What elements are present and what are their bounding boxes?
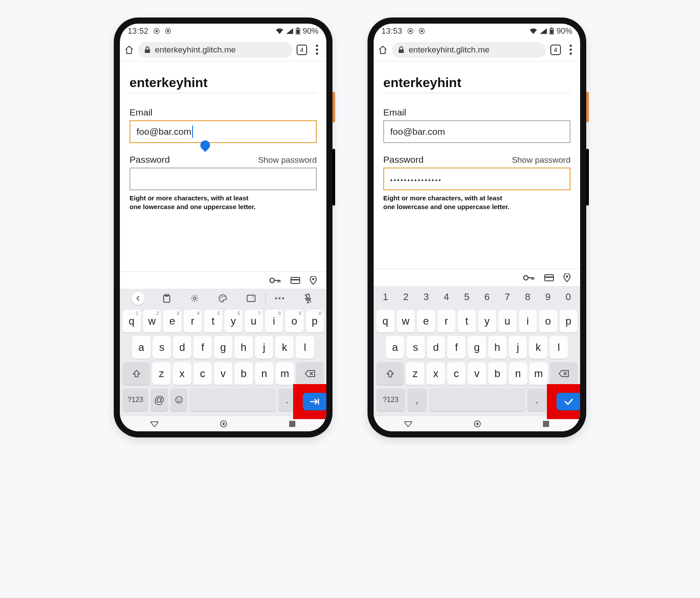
numkey-8[interactable]: 8 bbox=[518, 288, 538, 306]
emoji-key[interactable] bbox=[170, 388, 188, 411]
key-x[interactable]: x bbox=[173, 362, 191, 385]
credit-card-icon[interactable] bbox=[544, 274, 554, 281]
home-icon[interactable] bbox=[124, 45, 134, 55]
nav-recent-icon[interactable] bbox=[289, 420, 296, 427]
mic-off-icon[interactable] bbox=[294, 294, 322, 303]
key-x[interactable]: x bbox=[427, 362, 445, 385]
key-o[interactable]: o bbox=[539, 310, 557, 332]
overflow-menu-icon[interactable] bbox=[312, 45, 322, 55]
key-f[interactable]: f bbox=[193, 336, 212, 359]
key-j[interactable]: j bbox=[255, 336, 273, 359]
key-d[interactable]: d bbox=[427, 336, 445, 359]
key-w[interactable]: w2 bbox=[143, 310, 161, 332]
key-u[interactable]: u bbox=[498, 310, 517, 332]
key-k[interactable]: k bbox=[275, 336, 294, 359]
key-h[interactable]: h bbox=[234, 336, 253, 359]
numkey-0[interactable]: 0 bbox=[558, 288, 578, 306]
key-c[interactable]: c bbox=[447, 362, 466, 385]
gif-icon[interactable] bbox=[237, 294, 265, 302]
key-t[interactable]: t bbox=[458, 310, 476, 332]
key-v[interactable]: v bbox=[468, 362, 486, 385]
password-key-icon[interactable] bbox=[523, 274, 535, 281]
palette-icon[interactable] bbox=[209, 294, 237, 303]
password-input[interactable] bbox=[130, 168, 317, 190]
key-p[interactable]: p bbox=[560, 310, 578, 332]
home-icon[interactable] bbox=[378, 45, 388, 55]
key-e[interactable]: e bbox=[417, 310, 435, 332]
comma-key[interactable]: , bbox=[407, 388, 427, 411]
overflow-menu-icon[interactable] bbox=[565, 45, 576, 55]
nav-back-icon[interactable] bbox=[150, 421, 158, 427]
key-k[interactable]: k bbox=[529, 336, 547, 359]
keyboard[interactable]: 1 2 3 4 5 6 7 8 9 0 q w e r t y u i o bbox=[374, 286, 580, 416]
key-b[interactable]: b bbox=[234, 362, 253, 385]
key-r[interactable]: r4 bbox=[184, 310, 202, 332]
email-input[interactable]: foo@bar.com bbox=[383, 120, 570, 143]
nav-home-icon[interactable] bbox=[220, 420, 228, 428]
numkey-9[interactable]: 9 bbox=[538, 288, 558, 306]
key-s[interactable]: s bbox=[406, 336, 425, 359]
key-n[interactable]: n bbox=[509, 362, 527, 385]
key-y[interactable]: y bbox=[478, 310, 497, 332]
more-icon[interactable] bbox=[266, 297, 294, 300]
key-p[interactable]: p0 bbox=[306, 310, 324, 332]
numkey-3[interactable]: 3 bbox=[416, 288, 436, 306]
key-d[interactable]: d bbox=[173, 336, 192, 359]
numkey-2[interactable]: 2 bbox=[396, 288, 416, 306]
credit-card-icon[interactable] bbox=[290, 277, 300, 284]
key-s[interactable]: s bbox=[153, 336, 171, 359]
key-u[interactable]: u7 bbox=[245, 310, 263, 332]
key-i[interactable]: i bbox=[519, 310, 537, 332]
key-g[interactable]: g bbox=[468, 336, 486, 359]
nav-home-icon[interactable] bbox=[473, 420, 481, 428]
key-t[interactable]: t5 bbox=[204, 310, 222, 332]
address-bar[interactable]: enterkeyhint.glitch.me bbox=[138, 42, 292, 58]
show-password-toggle[interactable]: Show password bbox=[512, 155, 570, 165]
key-w[interactable]: w bbox=[397, 310, 415, 332]
key-g[interactable]: g bbox=[214, 336, 232, 359]
key-i[interactable]: i8 bbox=[265, 310, 284, 332]
backspace-key[interactable] bbox=[296, 362, 324, 385]
shift-key[interactable] bbox=[376, 362, 404, 385]
numkey-4[interactable]: 4 bbox=[436, 288, 456, 306]
key-v[interactable]: v bbox=[214, 362, 232, 385]
numkey-1[interactable]: 1 bbox=[375, 288, 396, 306]
numkey-6[interactable]: 6 bbox=[477, 288, 497, 306]
key-l[interactable]: l bbox=[296, 336, 314, 359]
space-key[interactable] bbox=[189, 388, 276, 411]
password-input[interactable]: ••••••••••••••• bbox=[383, 168, 570, 190]
power-button[interactable] bbox=[586, 92, 589, 122]
key-a[interactable]: a bbox=[132, 336, 150, 359]
key-y[interactable]: y6 bbox=[224, 310, 243, 332]
key-m[interactable]: m bbox=[529, 362, 548, 385]
key-a[interactable]: a bbox=[386, 336, 404, 359]
key-r[interactable]: r bbox=[438, 310, 456, 332]
dot-key[interactable]: . bbox=[527, 388, 546, 411]
enter-key-done[interactable] bbox=[556, 393, 580, 410]
key-q[interactable]: q bbox=[376, 310, 395, 332]
location-pin-icon[interactable] bbox=[310, 276, 317, 285]
key-b[interactable]: b bbox=[488, 362, 507, 385]
backspace-key[interactable] bbox=[550, 362, 578, 385]
key-q[interactable]: q1 bbox=[122, 310, 141, 332]
volume-button[interactable] bbox=[332, 149, 335, 206]
email-input[interactable]: foo@bar.com bbox=[130, 120, 317, 143]
keyboard[interactable]: q1 w2 e3 r4 t5 y6 u7 i8 o9 p0 a s d f g … bbox=[120, 289, 326, 416]
show-password-toggle[interactable]: Show password bbox=[258, 155, 317, 165]
tab-count-button[interactable]: 4 bbox=[297, 45, 307, 55]
tab-count-button[interactable]: 4 bbox=[550, 45, 561, 55]
volume-button[interactable] bbox=[586, 149, 589, 206]
enter-key-next[interactable] bbox=[303, 393, 326, 410]
nav-recent-icon[interactable] bbox=[542, 420, 550, 427]
key-h[interactable]: h bbox=[488, 336, 507, 359]
key-e[interactable]: e3 bbox=[163, 310, 182, 332]
password-key-icon[interactable] bbox=[270, 277, 281, 284]
chevron-left-icon[interactable] bbox=[132, 292, 145, 305]
address-bar[interactable]: enterkeyhint.glitch.me bbox=[392, 42, 546, 58]
symbols-key[interactable]: ?123 bbox=[376, 388, 405, 411]
space-key[interactable] bbox=[429, 388, 525, 411]
key-f[interactable]: f bbox=[447, 336, 466, 359]
power-button[interactable] bbox=[332, 92, 335, 122]
key-m[interactable]: m bbox=[276, 362, 294, 385]
location-pin-icon[interactable] bbox=[564, 273, 570, 282]
